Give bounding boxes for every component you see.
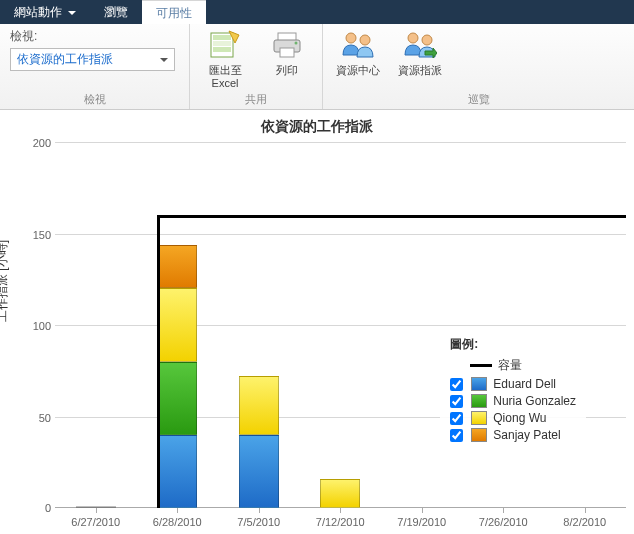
legend-check-sanjay[interactable]	[450, 429, 463, 442]
seg-qiong	[239, 376, 279, 435]
legend-row-qiong: Qiong Wu	[450, 411, 576, 425]
view-select-value: 依資源的工作指派	[17, 52, 113, 66]
ytick-150: 150	[21, 229, 51, 241]
svg-rect-6	[280, 48, 294, 57]
ytick-200: 200	[21, 137, 51, 149]
legend-check-qiong[interactable]	[450, 412, 463, 425]
resource-assign-button[interactable]: 資源指派	[395, 28, 445, 77]
legend-eduard-label: Eduard Dell	[493, 377, 556, 391]
people-icon	[341, 28, 375, 62]
people-assign-icon	[403, 28, 437, 62]
ribbon: 檢視: 依資源的工作指派 檢視 匯出至 Excel 列印 共用	[0, 24, 634, 110]
ytick-0: 0	[21, 502, 51, 514]
view-field-label: 檢視:	[10, 28, 175, 45]
site-actions-menu[interactable]: 網站動作	[0, 0, 90, 24]
svg-point-8	[346, 33, 356, 43]
legend-qiong-label: Qiong Wu	[493, 411, 546, 425]
svg-point-7	[295, 42, 298, 45]
excel-icon	[208, 28, 242, 62]
legend-row-nuria: Nuria Gonzalez	[450, 394, 576, 408]
chart: 依資源的工作指派 工作指派 [小時] 200 150 100 50 0	[0, 110, 634, 534]
view-select[interactable]: 依資源的工作指派	[10, 48, 175, 71]
ribbon-group-view: 檢視: 依資源的工作指派 檢視	[0, 24, 190, 109]
seg-nuria	[157, 362, 197, 435]
tab-availability[interactable]: 可用性	[142, 0, 206, 24]
ribbon-group-share-label: 共用	[200, 90, 312, 107]
xtick-2: 7/5/2010	[237, 516, 280, 528]
swatch-green	[471, 394, 487, 408]
ribbon-group-navigate: 資源中心 資源指派 巡覽	[323, 24, 634, 109]
xtick-4: 7/19/2010	[397, 516, 446, 528]
legend-check-nuria[interactable]	[450, 395, 463, 408]
swatch-orange	[471, 428, 487, 442]
legend-capacity-label: 容量	[498, 357, 522, 374]
swatch-yellow	[471, 411, 487, 425]
chart-title: 依資源的工作指派	[0, 110, 634, 136]
ribbon-group-navigate-label: 巡覽	[333, 90, 624, 107]
y-axis-title: 工作指派 [小時]	[0, 240, 11, 322]
xtick-3: 7/12/2010	[316, 516, 365, 528]
legend-row-eduard: Eduard Dell	[450, 377, 576, 391]
legend-sanjay-label: Sanjay Patel	[493, 428, 560, 442]
svg-point-9	[360, 35, 370, 45]
print-button[interactable]: 列印	[262, 28, 312, 77]
plot-area: 200 150 100 50 0	[55, 142, 626, 508]
bars	[55, 142, 626, 508]
seg-eduard	[76, 506, 116, 508]
export-excel-label: 匯出至 Excel	[200, 64, 250, 90]
svg-rect-1	[213, 35, 231, 40]
capacity-line	[157, 215, 626, 218]
svg-point-11	[422, 35, 432, 45]
printer-icon	[270, 28, 304, 62]
swatch-blue	[471, 377, 487, 391]
seg-sanjay	[157, 245, 197, 289]
legend-check-eduard[interactable]	[450, 378, 463, 391]
xtick-0: 6/27/2010	[71, 516, 120, 528]
ytick-50: 50	[21, 412, 51, 424]
svg-point-10	[408, 33, 418, 43]
xtick-5: 7/26/2010	[479, 516, 528, 528]
seg-qiong	[157, 288, 197, 361]
capacity-line-icon	[470, 364, 492, 367]
capacity-riser	[157, 215, 160, 508]
resource-center-label: 資源中心	[336, 64, 380, 77]
legend: 圖例: 容量 Eduard Dell Nuria Gonzalez Qiong …	[440, 330, 586, 453]
legend-row-sanjay: Sanjay Patel	[450, 428, 576, 442]
seg-eduard	[239, 435, 279, 508]
tab-browse[interactable]: 瀏覽	[90, 0, 142, 24]
legend-title: 圖例:	[450, 336, 576, 353]
legend-row-capacity: 容量	[450, 357, 576, 374]
export-excel-button[interactable]: 匯出至 Excel	[200, 28, 250, 90]
svg-rect-2	[213, 41, 231, 46]
resource-assign-label: 資源指派	[398, 64, 442, 77]
ytick-100: 100	[21, 320, 51, 332]
seg-qiong	[320, 479, 360, 508]
ribbon-group-view-label: 檢視	[10, 90, 179, 107]
print-label: 列印	[276, 64, 298, 77]
resource-center-button[interactable]: 資源中心	[333, 28, 383, 77]
xtick-6: 8/2/2010	[563, 516, 606, 528]
seg-eduard	[157, 435, 197, 508]
svg-rect-3	[213, 47, 231, 52]
xtick-1: 6/28/2010	[153, 516, 202, 528]
top-tabs: 網站動作 瀏覽 可用性	[0, 0, 634, 24]
ribbon-group-share: 匯出至 Excel 列印 共用	[190, 24, 323, 109]
legend-nuria-label: Nuria Gonzalez	[493, 394, 576, 408]
